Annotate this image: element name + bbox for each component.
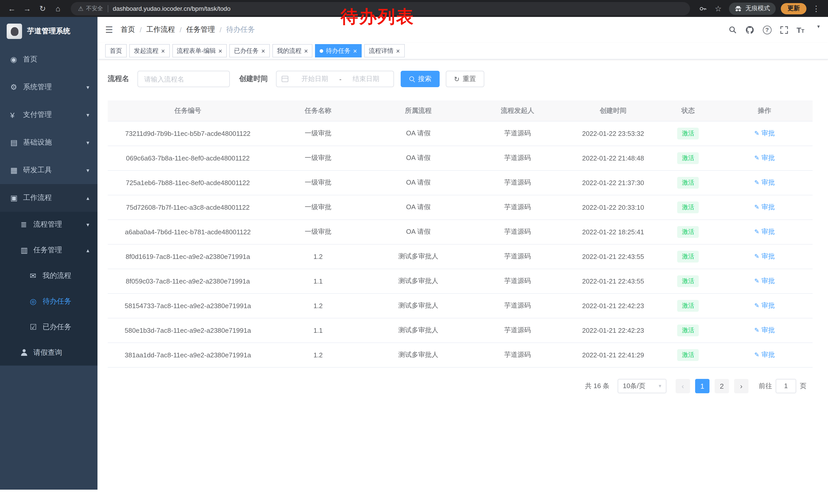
update-button[interactable]: 更新 (781, 3, 806, 14)
cell-actions: ✎ 审批 (716, 121, 813, 146)
security-warning[interactable]: ⚠ 不安全 (78, 5, 103, 12)
cell-task-name: 一级审批 (268, 121, 368, 146)
approve-link[interactable]: ✎ 审批 (754, 252, 775, 261)
sidebar-item-label: 支付管理 (23, 110, 52, 120)
approve-link[interactable]: ✎ 审批 (754, 326, 775, 335)
reset-button[interactable]: ↻ 重置 (446, 71, 484, 87)
tab-label: 我的流程 (277, 46, 302, 55)
col-task-id: 任务编号 (108, 100, 268, 121)
sidebar-item-leave-query[interactable]: 请假查询 (0, 340, 97, 366)
sidebar-item-dev-tools[interactable]: ▦ 研发工具 ▾ (0, 156, 97, 184)
app-logo[interactable]: 芋道管理系统 (0, 17, 97, 46)
tab-process-detail[interactable]: 流程详情 × (364, 44, 405, 57)
search-icon[interactable] (728, 26, 736, 34)
table-row: 75d72608-7b7f-11ec-a3c8-acde48001122 一级审… (108, 195, 813, 220)
tab-todo-tasks[interactable]: 待办任务 × (315, 44, 362, 57)
cell-create-time: 2022-01-21 22:42:23 (567, 318, 660, 342)
sidebar-item-my-processes[interactable]: ✉ 我的流程 (0, 263, 97, 289)
cell-task-id: 381aa1dd-7ac8-11ec-a9e2-a2380e71991a (108, 342, 268, 367)
message-icon: ✉ (30, 271, 43, 280)
table-row: 580e1b3d-7ac8-11ec-a9e2-a2380e71991a 1.1… (108, 318, 813, 342)
tab-close-icon[interactable]: × (353, 47, 357, 54)
sidebar-item-label: 工作流程 (23, 193, 52, 202)
cell-task-id: 58154733-7ac8-11ec-a9e2-a2380e71991a (108, 293, 268, 318)
forward-icon[interactable]: → (20, 2, 34, 15)
font-size-icon[interactable]: T T (796, 26, 804, 34)
sidebar-item-infrastructure[interactable]: ▤ 基础设施 ▾ (0, 129, 97, 156)
approve-link[interactable]: ✎ 审批 (754, 227, 775, 236)
sidebar-item-task-mgmt[interactable]: ▥ 任务管理 ▴ (0, 237, 97, 263)
tab-close-icon[interactable]: × (161, 47, 165, 54)
help-icon[interactable]: ? (762, 26, 771, 34)
page-button-1[interactable]: 1 (695, 379, 709, 393)
browser-menu-icon[interactable]: ⋮ (810, 2, 823, 15)
page-button-2[interactable]: 2 (715, 379, 729, 393)
cell-create-time: 2022-01-21 22:43:55 (567, 269, 660, 293)
cell-actions: ✎ 审批 (716, 170, 813, 195)
edit-icon: ✎ (754, 154, 759, 162)
tab-home[interactable]: 首页 (105, 44, 127, 57)
browser-toolbar: ← → ↻ ⌂ ⚠ 不安全 dashboard.yudao.iocoder.cn… (0, 0, 828, 17)
address-bar[interactable]: ⚠ 不安全 dashboard.yudao.iocoder.cn/bpm/tas… (71, 2, 690, 15)
goto-label: 前往 (759, 381, 772, 391)
approve-link[interactable]: ✎ 审批 (754, 350, 775, 359)
breadcrumb-separator: / (140, 26, 142, 34)
cell-create-time: 2022-01-21 22:42:23 (567, 293, 660, 318)
tab-done-tasks[interactable]: 已办任务 × (229, 44, 270, 57)
tab-close-icon[interactable]: × (218, 47, 222, 54)
breadcrumb-home[interactable]: 首页 (121, 25, 135, 34)
sidebar-item-workflow[interactable]: ▣ 工作流程 ▴ (0, 184, 97, 212)
approve-link[interactable]: ✎ 审批 (754, 178, 775, 187)
date-range-picker[interactable]: 开始日期 - 结束日期 (276, 71, 394, 87)
breadcrumb-workflow[interactable]: 工作流程 (146, 25, 175, 34)
cell-process: OA 请假 (368, 220, 468, 244)
sidebar-item-home[interactable]: ◉ 首页 (0, 46, 97, 73)
page-url: dashboard.yudao.iocoder.cn/bpm/task/todo (113, 5, 231, 12)
sidebar-item-todo-tasks[interactable]: ◎ 待办任务 (0, 289, 97, 314)
back-icon[interactable]: ← (5, 2, 18, 15)
approve-link[interactable]: ✎ 审批 (754, 276, 775, 286)
sidebar-item-label: 请假查询 (33, 348, 62, 357)
fullscreen-icon[interactable] (780, 26, 788, 34)
sidebar-toggle-icon[interactable]: ☰ (105, 25, 113, 35)
approve-link[interactable]: ✎ 审批 (754, 301, 775, 310)
approve-link[interactable]: ✎ 审批 (754, 153, 775, 163)
tab-my-processes[interactable]: 我的流程 × (273, 44, 313, 57)
page-header: ☰ 首页 / 工作流程 / 任务管理 / 待办任务 (97, 17, 828, 43)
tab-label: 已办任务 (234, 46, 258, 55)
password-key-icon[interactable] (696, 2, 709, 15)
breadcrumb-task-mgmt[interactable]: 任务管理 (186, 25, 215, 34)
refresh-icon: ↻ (454, 75, 460, 83)
page-size-select[interactable]: 10条/页 ▾ (618, 379, 666, 393)
list-icon: ≣ (20, 220, 33, 229)
cell-create-time: 2022-01-21 22:41:29 (567, 342, 660, 367)
app-frame: 芋道管理系统 ◉ 首页 ⚙ 系统管理 ▾ ¥ 支付管理 ▾ ▤ 基础设施 ▾ (0, 17, 828, 490)
prev-page-button[interactable]: ‹ (676, 379, 690, 393)
search-button[interactable]: 搜索 (401, 71, 440, 87)
tab-process-form-edit[interactable]: 流程表单-编辑 × (172, 44, 227, 57)
sidebar-item-label: 已办任务 (43, 322, 71, 332)
tab-label: 流程表单-编辑 (177, 46, 216, 55)
sidebar-item-done-tasks[interactable]: ☑ 已办任务 (0, 314, 97, 340)
approve-link[interactable]: ✎ 审批 (754, 202, 775, 212)
reload-icon[interactable]: ↻ (36, 2, 49, 15)
security-warning-label: 不安全 (86, 5, 103, 12)
chevron-down-icon: ▾ (86, 84, 89, 91)
bookmark-star-icon[interactable]: ☆ (711, 2, 725, 15)
tab-close-icon[interactable]: × (304, 47, 308, 54)
github-icon[interactable] (745, 26, 754, 34)
monitor-icon: ▤ (10, 138, 23, 147)
tab-start-process[interactable]: 发起流程 × (129, 44, 170, 57)
home-icon[interactable]: ⌂ (51, 2, 65, 15)
goto-page-input[interactable] (776, 379, 796, 393)
tab-close-icon[interactable]: × (396, 47, 400, 54)
approve-link[interactable]: ✎ 审批 (754, 129, 775, 138)
edit-icon: ✎ (754, 302, 759, 309)
sidebar-item-payment-mgmt[interactable]: ¥ 支付管理 ▾ (0, 101, 97, 129)
process-name-input[interactable] (137, 71, 230, 87)
cell-status: 激活 (660, 220, 717, 244)
sidebar-item-system-mgmt[interactable]: ⚙ 系统管理 ▾ (0, 73, 97, 101)
next-page-button[interactable]: › (734, 379, 748, 393)
tab-close-icon[interactable]: × (261, 47, 265, 54)
sidebar-item-process-mgmt[interactable]: ≣ 流程管理 ▾ (0, 212, 97, 237)
